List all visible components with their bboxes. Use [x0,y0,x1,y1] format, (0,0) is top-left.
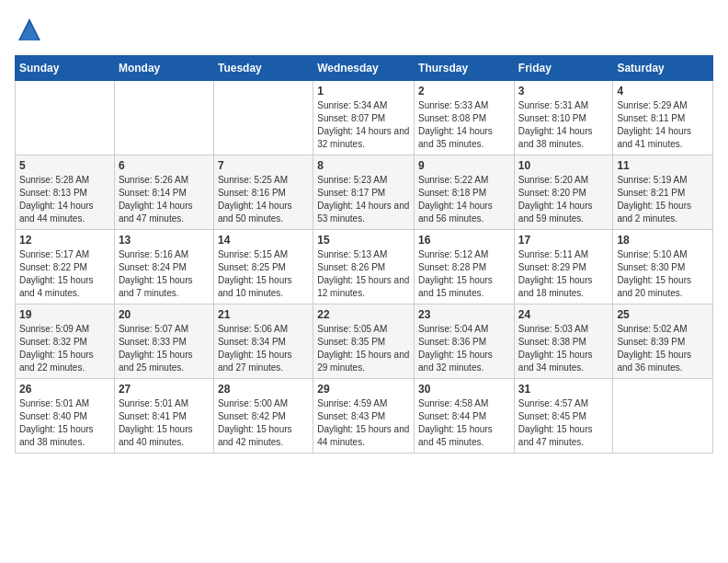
calendar-day-cell: 18Sunrise: 5:10 AMSunset: 8:30 PMDayligh… [613,230,713,304]
day-info: Sunrise: 5:31 AMSunset: 8:10 PMDaylight:… [518,99,609,151]
day-number: 10 [518,159,609,172]
day-number: 8 [317,159,410,172]
calendar-day-cell: 14Sunrise: 5:15 AMSunset: 8:25 PMDayligh… [213,230,313,304]
day-info: Sunrise: 4:59 AMSunset: 8:43 PMDaylight:… [317,397,410,449]
day-number: 26 [19,383,110,396]
day-info: Sunrise: 4:58 AMSunset: 8:44 PMDaylight:… [418,397,510,449]
day-info: Sunrise: 5:33 AMSunset: 8:08 PMDaylight:… [418,99,510,151]
day-info: Sunrise: 5:29 AMSunset: 8:11 PMDaylight:… [617,99,709,151]
calendar-day-cell: 16Sunrise: 5:12 AMSunset: 8:28 PMDayligh… [415,230,515,304]
calendar-day-cell: 6Sunrise: 5:26 AMSunset: 8:14 PMDaylight… [114,155,213,230]
calendar-day-cell: 15Sunrise: 5:13 AMSunset: 8:26 PMDayligh… [313,230,415,304]
day-number: 24 [518,308,609,321]
calendar-day-cell: 22Sunrise: 5:05 AMSunset: 8:35 PMDayligh… [313,304,415,379]
calendar-day-cell: 31Sunrise: 4:57 AMSunset: 8:45 PMDayligh… [514,379,613,454]
calendar-day-cell: 7Sunrise: 5:25 AMSunset: 8:16 PMDaylight… [213,155,313,230]
day-info: Sunrise: 5:05 AMSunset: 8:35 PMDaylight:… [317,323,410,374]
day-header-friday: Friday [514,56,613,81]
day-number: 16 [418,234,510,247]
logo-icon [15,15,44,44]
day-number: 27 [119,383,210,396]
day-info: Sunrise: 5:23 AMSunset: 8:17 PMDaylight:… [317,174,410,225]
calendar-day-cell [114,81,213,155]
day-header-sunday: Sunday [16,56,115,81]
calendar-day-cell: 20Sunrise: 5:07 AMSunset: 8:33 PMDayligh… [114,304,213,379]
day-number: 25 [617,308,709,321]
day-number: 3 [518,85,609,98]
day-number: 6 [119,159,210,172]
day-info: Sunrise: 5:16 AMSunset: 8:24 PMDaylight:… [119,248,210,300]
day-number: 23 [418,308,510,321]
day-header-wednesday: Wednesday [313,56,415,81]
calendar-day-cell: 19Sunrise: 5:09 AMSunset: 8:32 PMDayligh… [16,304,115,379]
day-header-saturday: Saturday [613,56,713,81]
calendar-day-cell: 26Sunrise: 5:01 AMSunset: 8:40 PMDayligh… [16,379,115,454]
day-number: 7 [218,159,309,172]
calendar-week-row: 5Sunrise: 5:28 AMSunset: 8:13 PMDaylight… [16,155,713,230]
day-info: Sunrise: 5:13 AMSunset: 8:26 PMDaylight:… [317,248,410,300]
calendar-day-cell: 24Sunrise: 5:03 AMSunset: 8:38 PMDayligh… [514,304,613,379]
day-info: Sunrise: 5:26 AMSunset: 8:14 PMDaylight:… [119,174,210,225]
day-number: 21 [218,308,309,321]
day-info: Sunrise: 5:25 AMSunset: 8:16 PMDaylight:… [218,174,309,225]
calendar-day-cell: 8Sunrise: 5:23 AMSunset: 8:17 PMDaylight… [313,155,415,230]
day-number: 29 [317,383,410,396]
calendar-week-row: 26Sunrise: 5:01 AMSunset: 8:40 PMDayligh… [16,379,713,454]
day-number: 22 [317,308,410,321]
day-number: 11 [617,159,709,172]
day-header-thursday: Thursday [415,56,515,81]
calendar-week-row: 12Sunrise: 5:17 AMSunset: 8:22 PMDayligh… [16,230,713,304]
day-info: Sunrise: 5:28 AMSunset: 8:13 PMDaylight:… [19,174,110,225]
calendar-day-cell: 11Sunrise: 5:19 AMSunset: 8:21 PMDayligh… [613,155,713,230]
day-number: 4 [617,85,709,98]
day-number: 13 [119,234,210,247]
calendar-day-cell [613,379,713,454]
day-number: 30 [418,383,510,396]
day-number: 17 [518,234,609,247]
day-number: 14 [218,234,309,247]
calendar-day-cell: 2Sunrise: 5:33 AMSunset: 8:08 PMDaylight… [415,81,515,155]
day-number: 18 [617,234,709,247]
calendar-day-cell: 4Sunrise: 5:29 AMSunset: 8:11 PMDaylight… [613,81,713,155]
day-number: 31 [518,383,609,396]
logo [15,15,48,44]
day-info: Sunrise: 5:22 AMSunset: 8:18 PMDaylight:… [418,174,510,225]
calendar-day-cell: 5Sunrise: 5:28 AMSunset: 8:13 PMDaylight… [16,155,115,230]
day-number: 9 [418,159,510,172]
day-info: Sunrise: 5:00 AMSunset: 8:42 PMDaylight:… [218,397,309,449]
day-number: 12 [19,234,110,247]
day-info: Sunrise: 5:01 AMSunset: 8:40 PMDaylight:… [19,397,110,449]
day-info: Sunrise: 5:11 AMSunset: 8:29 PMDaylight:… [518,248,609,300]
day-header-monday: Monday [114,56,213,81]
calendar-day-cell: 27Sunrise: 5:01 AMSunset: 8:41 PMDayligh… [114,379,213,454]
calendar-table: SundayMondayTuesdayWednesdayThursdayFrid… [15,55,713,454]
calendar-week-row: 1Sunrise: 5:34 AMSunset: 8:07 PMDaylight… [16,81,713,155]
day-number: 15 [317,234,410,247]
day-info: Sunrise: 5:20 AMSunset: 8:20 PMDaylight:… [518,174,609,225]
calendar-day-cell: 25Sunrise: 5:02 AMSunset: 8:39 PMDayligh… [613,304,713,379]
day-info: Sunrise: 5:06 AMSunset: 8:34 PMDaylight:… [218,323,309,374]
day-number: 28 [218,383,309,396]
calendar-day-cell [213,81,313,155]
calendar-day-cell: 9Sunrise: 5:22 AMSunset: 8:18 PMDaylight… [415,155,515,230]
day-number: 5 [19,159,110,172]
calendar-day-cell: 17Sunrise: 5:11 AMSunset: 8:29 PMDayligh… [514,230,613,304]
day-info: Sunrise: 4:57 AMSunset: 8:45 PMDaylight:… [518,397,609,449]
calendar-day-cell: 10Sunrise: 5:20 AMSunset: 8:20 PMDayligh… [514,155,613,230]
calendar-week-row: 19Sunrise: 5:09 AMSunset: 8:32 PMDayligh… [16,304,713,379]
day-info: Sunrise: 5:02 AMSunset: 8:39 PMDaylight:… [617,323,709,374]
day-number: 1 [317,85,410,98]
day-info: Sunrise: 5:19 AMSunset: 8:21 PMDaylight:… [617,174,709,225]
day-info: Sunrise: 5:04 AMSunset: 8:36 PMDaylight:… [418,323,510,374]
calendar-day-cell: 13Sunrise: 5:16 AMSunset: 8:24 PMDayligh… [114,230,213,304]
calendar-day-cell: 30Sunrise: 4:58 AMSunset: 8:44 PMDayligh… [415,379,515,454]
day-info: Sunrise: 5:34 AMSunset: 8:07 PMDaylight:… [317,99,410,151]
day-info: Sunrise: 5:07 AMSunset: 8:33 PMDaylight:… [119,323,210,374]
day-number: 20 [119,308,210,321]
day-number: 19 [19,308,110,321]
day-info: Sunrise: 5:17 AMSunset: 8:22 PMDaylight:… [19,248,110,300]
day-info: Sunrise: 5:12 AMSunset: 8:28 PMDaylight:… [418,248,510,300]
calendar-day-cell: 1Sunrise: 5:34 AMSunset: 8:07 PMDaylight… [313,81,415,155]
calendar-day-cell: 21Sunrise: 5:06 AMSunset: 8:34 PMDayligh… [213,304,313,379]
calendar-day-cell [16,81,115,155]
